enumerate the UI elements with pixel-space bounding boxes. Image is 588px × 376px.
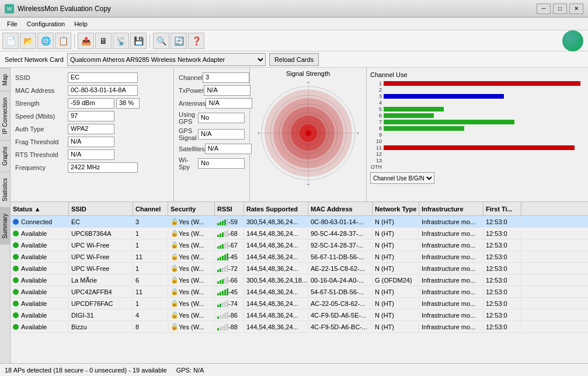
td-nettype: N (HT) [373, 241, 419, 249]
toolbar-monitor[interactable]: 🖥 [95, 33, 112, 49]
toolbar-sep2 [149, 34, 150, 48]
sidebar-tab-map[interactable]: Map [0, 68, 10, 91]
channel-value: 3 [203, 72, 249, 83]
th-nettype[interactable]: Network Type [373, 202, 419, 215]
table-row[interactable]: AvailableBizzu8🔒 Yes (W... -88144,54,48,… [11, 321, 588, 333]
th-security[interactable]: Security [168, 202, 215, 215]
channel-row: 7 [370, 119, 584, 125]
sidebar-tab-summary[interactable]: Summary [0, 207, 10, 245]
th-infra[interactable]: Infrastructure [419, 202, 483, 215]
ap-count: 18 APs detected (18 secure - 0 unsecured… [5, 367, 167, 374]
td-security: 🔒 Yes (W... [168, 217, 215, 226]
toolbar-open[interactable]: 📂 [20, 33, 36, 49]
td-status: Available [11, 264, 69, 273]
td-infra: Infrastructure mo... [419, 229, 483, 238]
toolbar-save[interactable]: 💾 [130, 33, 147, 49]
td-nettype: N (HT) [373, 253, 419, 261]
td-security: 🔒 Yes (W... [168, 229, 215, 238]
td-channel: 1 [133, 300, 168, 308]
freq-value: 2422 MHz [68, 162, 138, 173]
th-rssi[interactable]: RSSI [215, 202, 244, 215]
td-mac: 56-67-11-DB-56-... [308, 253, 373, 261]
status-label: Available [21, 230, 47, 237]
td-mac: 54-67-51-DB-56-... [308, 288, 373, 296]
table-header: Status ▲ SSID Channel Security RSSI Rate… [11, 202, 588, 216]
left-fields: SSID EC MAC Address 0C-80-63-01-14-8A St… [11, 68, 174, 201]
td-rssi: -66 [215, 276, 244, 284]
channel-label: 12 [370, 151, 382, 157]
toolbar-help[interactable]: ❓ [188, 33, 204, 49]
td-mac: 00-16-0A-24-A0-... [308, 276, 373, 284]
signal-bars [217, 288, 228, 295]
td-status: Available [11, 253, 69, 261]
td-security: 🔒 Yes (W... [168, 299, 215, 308]
th-channel[interactable]: Channel [133, 202, 168, 215]
network-card-label: Select Network Card [5, 56, 64, 63]
toolbar-refresh[interactable]: 🌐 [37, 33, 54, 49]
globe-icon [562, 30, 583, 51]
table-row[interactable]: AvailableUPC6B7364A1🔒 Yes (W... -68144,5… [11, 228, 588, 239]
td-nettype: N (HT) [373, 218, 419, 226]
status-label: Available [21, 242, 47, 249]
table-row[interactable]: AvailableUPC Wi-Free11🔒 Yes (W... -45144… [11, 251, 588, 263]
table-row[interactable]: AvailableUPC Wi-Free1🔒 Yes (W... -67144,… [11, 239, 588, 251]
signal-bars [217, 230, 228, 237]
channel-dropdown[interactable]: Channel Use B/G/N [370, 172, 434, 184]
td-firsttime: 12:53:0 [483, 241, 521, 249]
window-controls: ─ □ ✕ [537, 4, 583, 14]
th-rates[interactable]: Rates Supported [244, 202, 308, 215]
channel-row: 2 [370, 87, 584, 93]
th-mac[interactable]: MAC Address [308, 202, 373, 215]
channel-bar [384, 120, 514, 124]
table-row[interactable]: AvailableUPC42AFFB411🔒 Yes (W... -45144,… [11, 286, 588, 298]
toolbar-copy[interactable]: 📋 [55, 33, 71, 49]
network-card-select[interactable]: Qualcomm Atheros AR9285 Wireless Network… [67, 53, 266, 66]
menu-help[interactable]: Help [69, 19, 92, 29]
menu-configuration[interactable]: Configuration [22, 19, 69, 29]
app-title: WirelessMon Evaluation Copy [18, 5, 537, 13]
lock-icon: 🔒 [171, 264, 179, 272]
rts-row: RTS Threshold N/A [15, 149, 169, 160]
td-infra: Infrastructure mo... [419, 264, 483, 273]
lock-icon: 🔒 [171, 218, 179, 225]
status-label: Available [21, 253, 47, 260]
sidebar-tab-statistics[interactable]: Statistics [0, 172, 10, 207]
minimize-button[interactable]: ─ [537, 4, 551, 14]
reload-cards-button[interactable]: Reload Cards [269, 53, 319, 66]
close-button[interactable]: ✕ [569, 4, 583, 14]
txpower-value: N/A [204, 85, 250, 96]
td-status: Available [11, 229, 69, 238]
toolbar-search[interactable]: 🔍 [153, 33, 169, 49]
table-row[interactable]: AvailableLa MÃ­rie6🔒 Yes (W... -66300,54… [11, 274, 588, 286]
td-security: 🔒 Yes (W... [168, 252, 215, 261]
antennas-value: N/A [206, 98, 252, 109]
table-row[interactable]: ConnectedEC3🔒 Yes (W... -59300,54,48,36,… [11, 216, 588, 228]
toolbar-wireless[interactable]: 📡 [113, 33, 129, 49]
maximize-button[interactable]: □ [553, 4, 567, 14]
th-status[interactable]: Status ▲ [11, 202, 69, 215]
td-rates: 144,54,48,36,24... [244, 300, 308, 308]
sidebar-tab-ip[interactable]: IP Connection [0, 91, 10, 140]
menu-file[interactable]: File [2, 19, 22, 29]
toolbar-new[interactable]: 📄 [2, 33, 19, 49]
toolbar-reload[interactable]: 🔄 [171, 33, 187, 49]
td-rates: 144,54,48,36,24... [244, 241, 308, 249]
th-firsttime[interactable]: First Ti... [483, 202, 521, 215]
channel-bar [384, 94, 504, 99]
table-row[interactable]: AvailableDIGI-314🔒 Yes (W... -86144,54,4… [11, 309, 588, 321]
td-firsttime: 12:53:0 [483, 288, 521, 296]
th-ssid[interactable]: SSID [69, 202, 133, 215]
channel-label: 5 [370, 106, 382, 112]
gpssig-label: GPS Signal [179, 127, 198, 141]
channel-label: 13 [370, 158, 382, 163]
toolbar-export[interactable]: 📤 [78, 33, 94, 49]
td-ssid: Bizzu [69, 323, 133, 331]
td-security: 🔒 Yes (W... [168, 287, 215, 296]
td-infra: Infrastructure mo... [419, 276, 483, 284]
auth-value: WPA2 [68, 124, 114, 134]
table-row[interactable]: AvailableUPCDF76FAC1🔒 Yes (W... -74144,5… [11, 298, 588, 309]
td-rates: 300,54,48,36,24... [244, 218, 308, 226]
rts-label: RTS Threshold [15, 151, 68, 158]
table-row[interactable]: AvailableUPC Wi-Free1🔒 Yes (W... -72144,… [11, 263, 588, 274]
sidebar-tab-graphs[interactable]: Graphs [0, 140, 10, 172]
